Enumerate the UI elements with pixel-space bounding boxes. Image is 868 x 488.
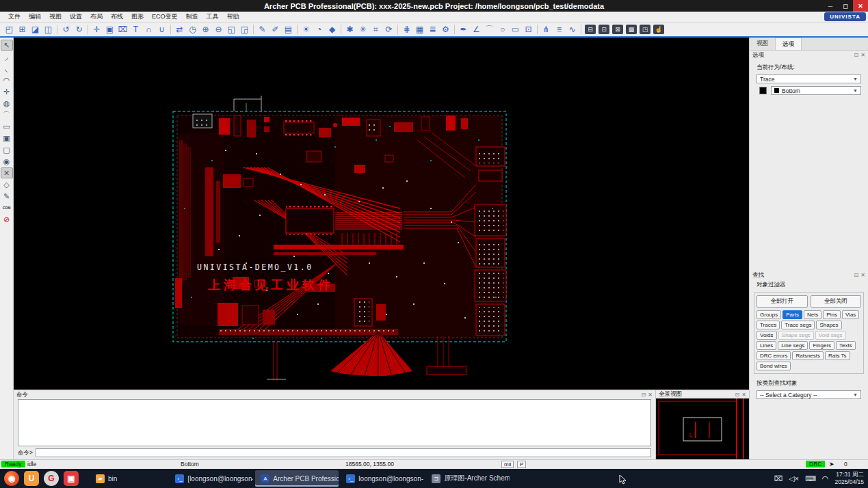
close-panel-icon[interactable]: ✕ — [648, 392, 653, 398]
signal-wave-icon[interactable]: ∿ — [566, 23, 579, 36]
view-mono-icon[interactable]: ⊟ — [585, 25, 596, 34]
float-panel-icon[interactable]: ⊡ — [642, 392, 646, 398]
settings-gear-icon[interactable]: ⚙ — [439, 23, 452, 36]
volume-muted-icon[interactable]: ◁× — [789, 474, 799, 483]
pin-hand-icon[interactable]: ☝ — [653, 25, 664, 34]
command-log[interactable] — [18, 399, 651, 446]
filter-trace-segs[interactable]: Trace segs — [781, 321, 815, 329]
shape-rounded-icon[interactable]: ▢ — [1, 144, 13, 155]
file-manager-icon[interactable]: U — [24, 471, 39, 486]
color-palette-icon[interactable]: ▦ — [413, 23, 426, 36]
report-icon[interactable]: ▤ — [282, 23, 295, 36]
filter-lines[interactable]: Lines — [757, 341, 776, 350]
delete-mode-icon[interactable]: ✕ — [1, 167, 13, 178]
filter-vias[interactable]: Vias — [842, 310, 859, 319]
view-query-icon[interactable]: ◳ — [640, 25, 650, 34]
add-line-icon[interactable]: ∠ — [470, 23, 483, 36]
redraw-icon[interactable]: ⟳ — [382, 23, 395, 36]
align-icon[interactable]: ≡ — [553, 23, 566, 36]
filter-traces[interactable]: Traces — [757, 321, 780, 329]
delete-icon[interactable]: ⌧ — [116, 23, 129, 36]
measure-icon[interactable]: ✐ — [269, 23, 282, 36]
ratsnest-show-icon[interactable]: ✱ — [343, 23, 356, 36]
grid-toggle[interactable]: P — [517, 461, 526, 468]
pick-filter-icon[interactable]: ⋕ — [400, 23, 413, 36]
menu-file[interactable]: 文件 — [4, 12, 25, 21]
filter-groups[interactable]: Groups — [757, 310, 781, 319]
pad-circle-icon[interactable]: ◉ — [1, 156, 13, 167]
menu-tools[interactable]: 工具 — [202, 12, 223, 21]
undo-icon[interactable]: ↺ — [60, 23, 73, 36]
edit-properties-icon[interactable]: ✎ — [256, 23, 269, 36]
slide-trace-icon[interactable]: ◟ — [1, 63, 13, 74]
taskbar-window-terminal-2[interactable]: ›_ loongson@loongson-··· — [341, 470, 424, 487]
menu-view[interactable]: 视图 — [45, 12, 66, 21]
select-tool-icon[interactable]: ↖ — [1, 40, 13, 51]
filter-line-segs[interactable]: Line segs — [778, 341, 808, 350]
save-as-icon[interactable]: ◫ — [42, 23, 55, 36]
zoom-selection-icon[interactable]: ◲ — [238, 23, 251, 36]
layer-color-swatch[interactable] — [759, 87, 767, 94]
add-image-icon[interactable]: ⊡ — [522, 23, 535, 36]
filter-pins[interactable]: Pins — [823, 310, 841, 319]
menu-edit[interactable]: 编辑 — [25, 12, 45, 21]
zoom-out-icon[interactable]: ⊖ — [212, 23, 225, 36]
wifi-icon[interactable]: ◠ — [822, 474, 829, 483]
wait-clock-icon[interactable]: ◔ — [313, 23, 326, 36]
command-input[interactable] — [36, 448, 651, 457]
net-tree-icon[interactable]: ⋔ — [540, 23, 553, 36]
taskbar-window-archer[interactable]: A Archer PCB Profession··· — [255, 470, 339, 487]
grid-icon[interactable]: ⌗ — [369, 23, 382, 36]
filter-drc-errors[interactable]: DRC errors — [757, 351, 791, 360]
close-panel-icon[interactable]: ✕ — [860, 52, 865, 58]
tab-options[interactable]: 选项 — [775, 38, 802, 50]
units-toggle[interactable]: mil — [501, 461, 514, 468]
launcher-icon[interactable]: ◉ — [4, 471, 19, 486]
menu-manufacture[interactable]: 制造 — [182, 12, 202, 21]
minimize-button[interactable]: ─ — [823, 0, 838, 12]
filter-parts[interactable]: Parts — [782, 310, 802, 319]
filter-rats-ts[interactable]: Rats Ts — [825, 351, 850, 360]
pcb-canvas[interactable]: UNIVISTA-DEMO_V1.0 上海合见工业软件 — [14, 38, 749, 390]
unlock-icon[interactable]: ∪ — [155, 23, 168, 36]
overview-map[interactable] — [656, 398, 749, 461]
browser-icon[interactable]: G — [44, 471, 59, 486]
mode-dropdown[interactable]: Trace ▼ — [757, 74, 861, 83]
add-circle-icon[interactable]: ○ — [496, 23, 509, 36]
ratsnest-hide-icon[interactable]: ✳ — [356, 23, 369, 36]
tab-view[interactable]: 视图 — [750, 38, 775, 50]
taskbar-window-terminal-1[interactable]: ›_ [loongson@loongson-··· — [170, 470, 253, 487]
redo-icon[interactable]: ↻ — [73, 23, 86, 36]
lock-icon[interactable]: ∩ — [142, 23, 155, 36]
zoom-fit-icon[interactable]: ◱ — [225, 23, 238, 36]
open-design-icon[interactable]: ◰ — [3, 23, 16, 36]
float-panel-icon[interactable]: ⊡ — [854, 272, 859, 278]
clock[interactable]: 17:31 周二 2025/04/15 — [834, 471, 864, 485]
save-icon[interactable]: ◪ — [29, 23, 42, 36]
edit-note-icon[interactable]: ✎ — [1, 191, 13, 202]
close-panel-icon[interactable]: ✕ — [860, 272, 865, 278]
pad-polygon-icon[interactable]: ◍ — [1, 98, 13, 109]
com-disable-icon[interactable]: ⊘ — [1, 214, 13, 225]
menu-setup[interactable]: 设置 — [66, 12, 86, 21]
highlight-icon[interactable]: ☀ — [300, 23, 313, 36]
filter-fingers[interactable]: Fingers — [809, 341, 834, 350]
menu-route[interactable]: 布线 — [107, 12, 127, 21]
zoom-window-icon[interactable]: ◷ — [186, 23, 199, 36]
filter-voids[interactable]: Voids — [757, 331, 777, 340]
move-icon[interactable]: ✛ — [90, 23, 103, 36]
taskbar-window-bin[interactable]: ▰ bin — [90, 470, 122, 487]
maximize-button[interactable]: ◻ — [838, 0, 853, 12]
shape-filled-icon[interactable]: ▣ — [1, 133, 13, 144]
display-icon[interactable]: ⌧ — [774, 474, 782, 483]
drc-badge[interactable]: DRC — [806, 461, 825, 467]
add-via-icon[interactable]: ✛ — [1, 86, 13, 97]
float-panel-icon[interactable]: ⊡ — [854, 52, 859, 58]
keyboard-icon[interactable]: ⌨ — [805, 474, 816, 483]
shape-octagon-icon[interactable]: ◇ — [1, 179, 13, 190]
menu-help[interactable]: 帮助 — [223, 12, 244, 21]
close-button[interactable]: ✕ — [853, 0, 868, 12]
view-fill-icon[interactable]: ⊡ — [599, 25, 609, 34]
filter-bond-wires[interactable]: Bond wires — [757, 362, 791, 370]
shape-rect-icon[interactable]: ▭ — [1, 121, 13, 132]
